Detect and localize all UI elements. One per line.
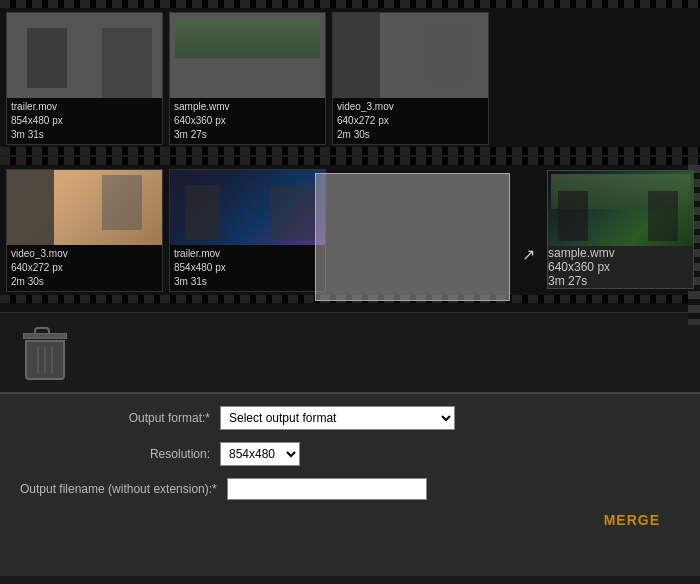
filename-label: Output filename (without extension):* <box>20 482 227 496</box>
resolution-label: Resolution: <box>20 447 220 461</box>
card-resolution-video3: 640x272 px <box>337 114 484 128</box>
card-duration-sample-floating: 3m 27s <box>548 274 693 288</box>
card-resolution-sample: 640x360 px <box>174 114 321 128</box>
card-duration-trailer: 3m 31s <box>11 128 158 142</box>
top-video-cards: trailer.mov 854x480 px 3m 31s sample.wmv… <box>0 8 700 147</box>
merge-row: MERGE <box>20 512 680 528</box>
filmstrip-holes-top <box>0 0 700 8</box>
selection-overlay <box>315 173 510 301</box>
card-name-sample: sample.wmv <box>174 100 321 114</box>
card-info-video3-bot: video_3.mov 640x272 px 2m 30s <box>7 245 162 291</box>
card-resolution-trailer: 854x480 px <box>11 114 158 128</box>
filmstrip-holes-mid-top <box>0 157 700 165</box>
cursor: ↗ <box>522 245 535 264</box>
controls-area: Output format:* Select output format MP4… <box>0 392 700 576</box>
card-resolution-sample-floating: 640x360 px <box>548 260 693 274</box>
thumb-trailer <box>7 13 162 98</box>
card-resolution-video3-bot: 640x272 px <box>11 261 158 275</box>
resolution-select[interactable]: 854x480 1280x720 1920x1080 640x480 640x3… <box>220 442 300 466</box>
video-card-trailer[interactable]: trailer.mov 854x480 px 3m 31s <box>6 12 163 145</box>
card-info-sample-floating: sample.wmv 640x360 px 3m 27s <box>548 246 693 288</box>
middle-filmstrip-area: video_3.mov 640x272 px 2m 30s trailer.mo… <box>0 157 700 312</box>
trash-lid <box>23 333 67 339</box>
video-card-video3[interactable]: video_3.mov 640x272 px 2m 30s <box>332 12 489 145</box>
card-duration-trailer-bot: 3m 31s <box>174 275 321 289</box>
thumb-video3 <box>333 13 488 98</box>
thumb-sample <box>170 13 325 98</box>
card-name-trailer: trailer.mov <box>11 100 158 114</box>
card-info-video3: video_3.mov 640x272 px 2m 30s <box>333 98 488 144</box>
card-info-trailer-bot: trailer.mov 854x480 px 3m 31s <box>170 245 325 291</box>
video-card-video3-bot[interactable]: video_3.mov 640x272 px 2m 30s <box>6 169 163 292</box>
format-label: Output format:* <box>20 411 220 425</box>
merge-button[interactable]: MERGE <box>604 512 660 528</box>
trash-area <box>0 312 700 392</box>
video-card-sample-floating[interactable]: sample.wmv 640x360 px 3m 27s <box>547 170 694 289</box>
card-name-sample-floating: sample.wmv <box>548 246 693 260</box>
thumb-trailer-bot <box>170 170 325 245</box>
thumb-sample-floating <box>548 171 693 246</box>
card-name-trailer-bot: trailer.mov <box>174 247 321 261</box>
card-duration-video3-bot: 2m 30s <box>11 275 158 289</box>
resolution-row: Resolution: 854x480 1280x720 1920x1080 6… <box>20 442 680 466</box>
filename-input[interactable] <box>227 478 427 500</box>
top-filmstrip-area: trailer.mov 854x480 px 3m 31s sample.wmv… <box>0 0 700 155</box>
video-card-trailer-bot[interactable]: trailer.mov 854x480 px 3m 31s <box>169 169 326 292</box>
filmstrip-holes-bottom <box>0 147 700 155</box>
format-row: Output format:* Select output format MP4… <box>20 406 680 430</box>
card-duration-sample: 3m 27s <box>174 128 321 142</box>
middle-content: video_3.mov 640x272 px 2m 30s trailer.mo… <box>0 165 700 295</box>
filename-row: Output filename (without extension):* <box>20 478 680 500</box>
card-resolution-trailer-bot: 854x480 px <box>174 261 321 275</box>
card-name-video3-bot: video_3.mov <box>11 247 158 261</box>
card-name-video3: video_3.mov <box>337 100 484 114</box>
format-select[interactable]: Select output format MP4 AVI MOV WMV MKV <box>220 406 455 430</box>
trash-icon[interactable] <box>20 325 70 380</box>
card-info-trailer: trailer.mov 854x480 px 3m 31s <box>7 98 162 144</box>
video-card-sample[interactable]: sample.wmv 640x360 px 3m 27s <box>169 12 326 145</box>
card-duration-video3: 2m 30s <box>337 128 484 142</box>
thumb-video3-bot <box>7 170 162 245</box>
trash-body <box>25 340 65 380</box>
card-info-sample: sample.wmv 640x360 px 3m 27s <box>170 98 325 144</box>
